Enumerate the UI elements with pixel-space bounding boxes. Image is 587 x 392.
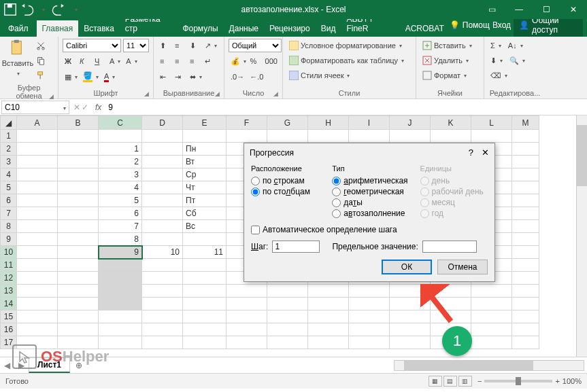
minimize-icon[interactable]: — xyxy=(505,0,533,19)
clear-icon[interactable]: ⌫ xyxy=(488,69,541,82)
cell[interactable] xyxy=(58,233,99,246)
cell[interactable]: 6 xyxy=(99,207,142,220)
cell[interactable] xyxy=(183,130,227,143)
cell[interactable] xyxy=(349,323,390,336)
font-color-icon[interactable]: A xyxy=(102,70,117,84)
zoom-level[interactable]: 100% xyxy=(563,377,582,385)
cell[interactable] xyxy=(17,194,58,207)
cell[interactable] xyxy=(267,336,308,349)
cell[interactable] xyxy=(512,181,539,194)
cell[interactable] xyxy=(58,285,99,298)
cell[interactable] xyxy=(142,298,183,310)
percent-icon[interactable]: % xyxy=(248,54,262,68)
cell[interactable] xyxy=(17,323,58,336)
col-header[interactable]: F xyxy=(227,116,267,130)
increase-font-icon[interactable]: A xyxy=(107,54,122,68)
cell[interactable] xyxy=(227,298,267,310)
fx-icon[interactable]: fx xyxy=(91,103,105,112)
cell[interactable] xyxy=(349,336,390,349)
cell[interactable] xyxy=(58,259,99,272)
tell-me-icon[interactable]: 💡 xyxy=(450,20,460,30)
save-icon[interactable] xyxy=(3,2,18,17)
row-header[interactable]: 2 xyxy=(1,143,17,156)
undo-dropdown[interactable] xyxy=(35,2,50,17)
cancel-formula-icon[interactable]: ✕ xyxy=(73,103,80,112)
align-left-icon[interactable]: ≡ xyxy=(158,54,171,68)
cell[interactable] xyxy=(17,310,58,323)
orientation-icon[interactable]: ↗ xyxy=(203,39,219,52)
cell[interactable] xyxy=(512,298,539,310)
cell-styles-button[interactable]: Стили ячеек xyxy=(287,69,412,82)
font-name-combo[interactable]: Calibri xyxy=(63,39,121,52)
cell[interactable] xyxy=(183,272,227,285)
cell[interactable] xyxy=(58,181,99,194)
cell[interactable] xyxy=(142,156,183,168)
cell[interactable]: Вт xyxy=(183,156,227,168)
cancel-button[interactable]: Отмена xyxy=(437,260,488,274)
horizontal-scrollbar[interactable] xyxy=(394,360,584,371)
cell[interactable] xyxy=(99,130,142,143)
view-normal-icon[interactable]: ▦ xyxy=(429,376,442,387)
find-select-icon[interactable]: 🔍 xyxy=(507,54,527,67)
cell[interactable] xyxy=(183,336,227,349)
align-dialog-launcher[interactable]: ◢ xyxy=(215,90,220,97)
cell[interactable] xyxy=(349,285,390,298)
checkbox-autostep[interactable]: Автоматическое определение шага xyxy=(251,224,488,235)
font-size-combo[interactable]: 11 xyxy=(123,39,149,52)
comma-icon[interactable]: 000 xyxy=(263,54,278,68)
align-center-icon[interactable]: ≡ xyxy=(173,54,186,68)
cell[interactable]: Сб xyxy=(183,207,227,220)
decrease-decimal-icon[interactable]: ←.0 xyxy=(248,70,265,84)
tab-acrobat[interactable]: ACROBAT xyxy=(400,20,450,37)
cell[interactable] xyxy=(58,130,99,143)
cell[interactable] xyxy=(267,285,308,298)
cell[interactable] xyxy=(471,285,512,298)
cell[interactable] xyxy=(471,310,512,323)
formula-input[interactable] xyxy=(105,101,587,114)
cell[interactable] xyxy=(349,130,390,143)
step-input[interactable] xyxy=(272,240,320,253)
cell[interactable] xyxy=(183,233,227,246)
autosum-icon[interactable]: Σ xyxy=(488,39,503,52)
cell[interactable] xyxy=(99,323,142,336)
row-header[interactable]: 6 xyxy=(1,194,17,207)
cell[interactable] xyxy=(512,143,539,156)
col-header[interactable]: L xyxy=(471,116,512,130)
row-header[interactable]: 3 xyxy=(1,156,17,168)
decrease-indent-icon[interactable]: ⇤ xyxy=(158,70,171,84)
radio-rows[interactable]: по строкам xyxy=(251,175,325,186)
cell[interactable] xyxy=(512,323,539,336)
increase-decimal-icon[interactable]: .0→ xyxy=(229,70,246,84)
tab-data[interactable]: Данные xyxy=(224,20,264,37)
zoom-slider[interactable] xyxy=(484,380,552,382)
cell[interactable]: Чт xyxy=(183,181,227,194)
enter-formula-icon[interactable]: ✓ xyxy=(82,103,88,112)
cell[interactable] xyxy=(142,194,183,207)
cell[interactable] xyxy=(227,130,267,143)
vertical-scrollbar[interactable] xyxy=(576,115,587,357)
radio-geometric[interactable]: геометрическая xyxy=(332,186,413,197)
cell[interactable] xyxy=(58,272,99,285)
col-header[interactable]: E xyxy=(183,116,227,130)
cell[interactable] xyxy=(99,310,142,323)
fill-color-icon[interactable]: 🪣 xyxy=(81,70,101,84)
cell[interactable] xyxy=(17,285,58,298)
row-header[interactable]: 15 xyxy=(1,310,17,323)
number-format-combo[interactable]: Общий xyxy=(229,39,282,52)
cell[interactable] xyxy=(142,259,183,272)
cell[interactable] xyxy=(17,130,58,143)
cell[interactable]: 3 xyxy=(99,168,142,181)
row-header[interactable]: 1 xyxy=(1,130,17,143)
cell[interactable]: 8 xyxy=(99,233,142,246)
dialog-close-icon[interactable]: ✕ xyxy=(482,147,489,158)
cell[interactable] xyxy=(142,168,183,181)
cell[interactable] xyxy=(390,310,431,323)
cell[interactable] xyxy=(142,310,183,323)
cell[interactable] xyxy=(58,207,99,220)
cell[interactable] xyxy=(267,323,308,336)
cell[interactable] xyxy=(390,323,431,336)
delete-cells-button[interactable]: Удалить xyxy=(420,54,480,67)
cell[interactable] xyxy=(390,285,431,298)
underline-icon[interactable]: Ч xyxy=(93,54,106,68)
signin-link[interactable]: Вход xyxy=(492,20,511,30)
